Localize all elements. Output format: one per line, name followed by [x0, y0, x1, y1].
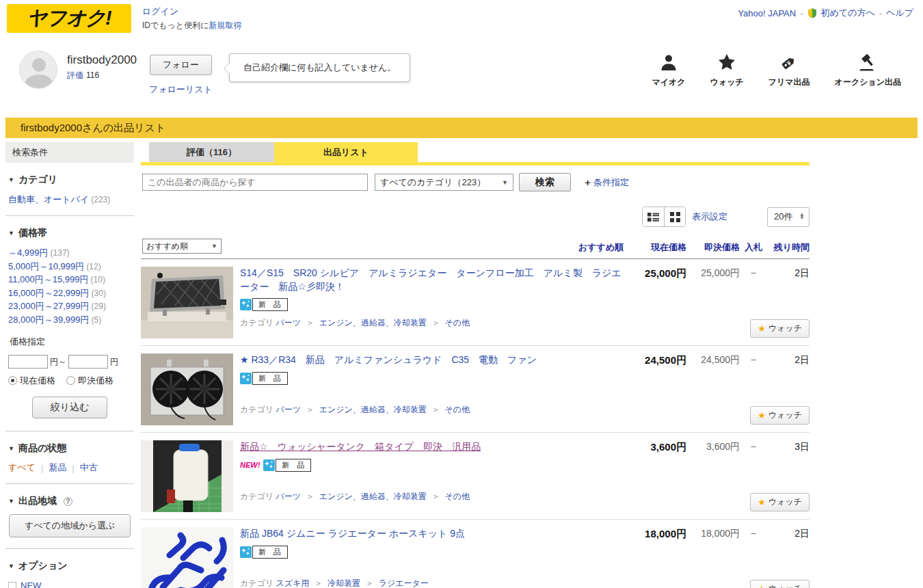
breadcrumb-link[interactable]: エンジン、過給器、冷却装置: [319, 318, 427, 328]
person-icon: [660, 53, 678, 74]
bid-count: –: [740, 528, 767, 538]
follow-list-link[interactable]: フォローリスト: [149, 83, 213, 96]
item-title-link-visited[interactable]: 新品☆ ウォッシャータンク 箱タイプ 即決 汎用品: [240, 440, 624, 454]
condition-used[interactable]: 中古: [80, 462, 98, 474]
breadcrumb-link[interactable]: その他: [445, 492, 470, 501]
yahoo-japan-link[interactable]: Yahoo! JAPAN: [738, 8, 796, 18]
section-title-text: 出品地域: [18, 495, 57, 507]
beginner-link[interactable]: 初めての方へ: [821, 7, 875, 19]
item-thumbnail-hose-kit[interactable]: [141, 527, 233, 588]
condition-all[interactable]: すべて: [8, 462, 36, 474]
grid-view-button[interactable]: [664, 207, 685, 226]
nav-my-auctions[interactable]: マイオク: [652, 53, 686, 88]
watch-button[interactable]: ★ウォッチ: [750, 406, 810, 425]
nav-auction-sell[interactable]: オークション出品: [835, 53, 901, 88]
badge-row: 新 品: [240, 546, 624, 559]
option-label[interactable]: NEW: [21, 579, 41, 588]
breadcrumb-link[interactable]: パーツ: [276, 318, 301, 328]
filter-button[interactable]: 絞り込む: [32, 397, 108, 418]
item-title-link[interactable]: ★ R33／R34 新品 アルミファンシュラウド C35 電動 ファン: [240, 353, 624, 367]
spinner-down-icon[interactable]: ▼: [799, 217, 805, 220]
list-view-button[interactable]: [643, 207, 664, 226]
rating-value: 116: [86, 70, 99, 80]
help-link[interactable]: ヘルプ: [886, 7, 913, 19]
category-select[interactable]: すべてのカテゴリ（223） ▼: [375, 174, 513, 191]
display-settings-link[interactable]: 表示設定: [692, 211, 727, 223]
yahoo-auctions-seller-page: ヤフオク! ログイン IDでもっと便利に新規取得 Yahoo! JAPAN - …: [0, 0, 923, 588]
star-icon: ★: [758, 410, 766, 420]
category-link[interactable]: 自動車、オートバイ: [8, 194, 89, 204]
breadcrumb-separator: ＞: [306, 492, 314, 501]
option-item: NEW: [8, 579, 131, 588]
current-price-radio-option[interactable]: 現在価格: [8, 375, 55, 387]
nav-watch-list[interactable]: ウォッチ: [710, 53, 744, 88]
rating-link[interactable]: 評価: [67, 70, 83, 80]
watch-button[interactable]: ★ウォッチ: [750, 493, 810, 511]
price-tag-icon: ¥: [780, 53, 798, 74]
advanced-search-link[interactable]: ＋条件指定: [583, 176, 629, 189]
price-range-link[interactable]: ～4,999円: [8, 248, 49, 258]
breadcrumb-prefix: カテゴリ: [240, 578, 273, 588]
search-button[interactable]: 検索: [519, 173, 571, 191]
condition-new[interactable]: 新品: [49, 462, 66, 474]
column-time-left[interactable]: 残り時間: [767, 241, 810, 254]
item-thumbnail-washer-tank[interactable]: [141, 440, 233, 512]
watch-button[interactable]: ★ウォッチ: [750, 580, 810, 588]
item-thumbnail-radiator[interactable]: [141, 267, 233, 338]
sort-select-value: おすすめ順: [146, 241, 188, 252]
price-range-link[interactable]: 11,000円～15,999円: [8, 274, 89, 284]
breadcrumb-separator: ＞: [431, 318, 440, 328]
avatar-body: [25, 75, 53, 89]
tab-rating[interactable]: 評価（116）: [149, 142, 274, 162]
item-title-link[interactable]: 新品 JB64 ジムニー ラジエーター ホースキット 9点: [240, 527, 624, 541]
rating-line: 評価116: [67, 70, 137, 81]
column-bids[interactable]: 入札: [740, 241, 767, 254]
price-range-link[interactable]: 23,000円～27,999円: [8, 301, 90, 311]
seller-search-bar: すべてのカテゴリ（223） ▼ 検索 ＋条件指定: [142, 173, 810, 191]
sparkle-icon: [240, 546, 252, 558]
watch-button[interactable]: ★ウォッチ: [750, 319, 810, 338]
follow-button[interactable]: フォロー: [150, 55, 212, 75]
breadcrumb-link[interactable]: その他: [445, 405, 470, 414]
column-current-price[interactable]: 現在価格: [624, 241, 686, 254]
sort-select[interactable]: おすすめ順 ▼: [142, 239, 222, 254]
top-bar: ヤフオク! ログイン IDでもっと便利に新規取得 Yahoo! JAPAN - …: [0, 0, 923, 38]
register-link[interactable]: 新規取得: [209, 21, 241, 30]
options-section: ▼オプション NEW 送料無料 値下げ交渉 コンビニ受取: [5, 549, 134, 588]
price-range-link[interactable]: 5,000円～10,999円: [8, 261, 84, 271]
price-range-link[interactable]: 16,000円～22,999円: [8, 288, 90, 298]
column-recommended[interactable]: おすすめ順: [569, 241, 624, 254]
price-range-count: (137): [51, 248, 70, 258]
price-from-input[interactable]: [8, 355, 48, 369]
breadcrumb-link[interactable]: パーツ: [276, 492, 301, 501]
breadcrumb-link[interactable]: その他: [445, 318, 470, 328]
buyout-price-radio-option[interactable]: 即決価格: [66, 375, 113, 387]
breadcrumb-link[interactable]: パーツ: [276, 405, 301, 414]
caret-down-icon: ▼: [8, 230, 14, 237]
search-input[interactable]: [142, 174, 368, 191]
auction-nav: マイオク ウォッチ ¥ フリマ出品 オークション出品: [652, 51, 914, 88]
checkbox-icon[interactable]: [8, 582, 16, 588]
page-title: firstbody2000さんの出品リスト: [21, 122, 165, 135]
yafuoku-logo[interactable]: ヤフオク!: [7, 4, 131, 33]
item-thumbnail-fan-shroud[interactable]: [141, 353, 233, 425]
price-range-link[interactable]: 28,000円～39,999円: [8, 315, 90, 325]
column-buyout-price[interactable]: 即決価格: [686, 241, 740, 254]
price-to-input[interactable]: [68, 355, 108, 369]
tab-listings[interactable]: 出品リスト: [274, 142, 418, 162]
item-title-link[interactable]: S14／S15 SR20 シルビア アルミラジエター ターンフロー加工 アルミ製…: [240, 267, 624, 293]
login-link[interactable]: ログイン: [142, 5, 241, 18]
radio-checked-icon[interactable]: [8, 376, 17, 385]
region-select-button[interactable]: すべての地域から選ぶ: [9, 514, 131, 537]
avatar[interactable]: [19, 51, 57, 89]
breadcrumb-link[interactable]: エンジン、過給器、冷却装置: [319, 405, 427, 414]
nav-flea-market-sell[interactable]: ¥ フリマ出品: [768, 53, 810, 88]
per-page-spinner[interactable]: 20件 ▲▼: [767, 207, 810, 227]
breadcrumb-link[interactable]: スズキ用: [276, 578, 309, 588]
breadcrumb-link[interactable]: ラジエーター: [379, 578, 429, 588]
breadcrumb-link[interactable]: エンジン、過給器、冷却装置: [319, 492, 427, 501]
sidebar-header: 検索条件: [5, 142, 134, 163]
radio-unchecked-icon[interactable]: [66, 376, 75, 385]
breadcrumb-link[interactable]: 冷却装置: [327, 578, 360, 588]
help-icon[interactable]: ?: [64, 497, 72, 506]
